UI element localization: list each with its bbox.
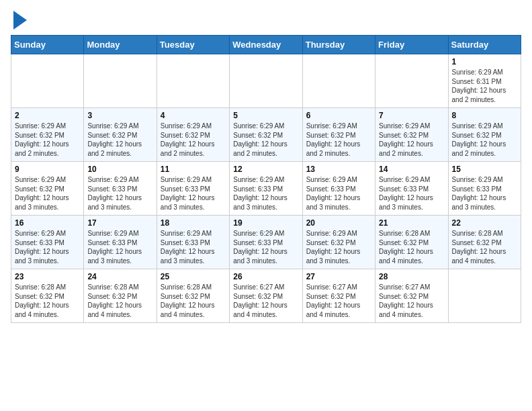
day-number: 9 bbox=[15, 165, 80, 174]
calendar-week-row: 1Sunrise: 6:29 AM Sunset: 6:31 PM Daylig… bbox=[11, 54, 521, 108]
day-number: 19 bbox=[233, 218, 298, 228]
day-number: 28 bbox=[379, 272, 444, 281]
day-number: 23 bbox=[15, 272, 80, 281]
calendar-week-row: 16Sunrise: 6:29 AM Sunset: 6:33 PM Dayli… bbox=[11, 216, 521, 269]
weekday-header-tuesday: Tuesday bbox=[157, 36, 229, 54]
day-number: 14 bbox=[379, 165, 444, 174]
day-info: Sunrise: 6:29 AM Sunset: 6:33 PM Dayligh… bbox=[306, 175, 371, 212]
day-number: 27 bbox=[306, 272, 371, 281]
calendar-cell: 1Sunrise: 6:29 AM Sunset: 6:31 PM Daylig… bbox=[448, 54, 521, 108]
day-number: 21 bbox=[379, 218, 444, 228]
calendar-cell: 3Sunrise: 6:29 AM Sunset: 6:32 PM Daylig… bbox=[84, 108, 157, 162]
calendar-cell: 23Sunrise: 6:28 AM Sunset: 6:32 PM Dayli… bbox=[11, 269, 84, 323]
day-number: 11 bbox=[161, 165, 226, 174]
weekday-header-saturday: Saturday bbox=[448, 36, 521, 54]
weekday-header-friday: Friday bbox=[375, 36, 448, 54]
day-number: 10 bbox=[87, 165, 152, 174]
calendar-cell: 22Sunrise: 6:28 AM Sunset: 6:32 PM Dayli… bbox=[448, 216, 521, 269]
day-info: Sunrise: 6:29 AM Sunset: 6:32 PM Dayligh… bbox=[306, 229, 371, 265]
day-info: Sunrise: 6:29 AM Sunset: 6:32 PM Dayligh… bbox=[233, 122, 298, 158]
calendar-header-row: SundayMondayTuesdayWednesdayThursdayFrid… bbox=[11, 36, 521, 54]
day-info: Sunrise: 6:28 AM Sunset: 6:32 PM Dayligh… bbox=[161, 283, 226, 319]
weekday-header-sunday: Sunday bbox=[11, 36, 84, 54]
calendar-cell: 24Sunrise: 6:28 AM Sunset: 6:32 PM Dayli… bbox=[84, 269, 157, 323]
calendar-cell: 7Sunrise: 6:29 AM Sunset: 6:32 PM Daylig… bbox=[375, 108, 448, 162]
day-info: Sunrise: 6:27 AM Sunset: 6:32 PM Dayligh… bbox=[233, 283, 298, 319]
calendar-cell bbox=[157, 54, 229, 108]
calendar-cell bbox=[448, 269, 521, 323]
day-number: 1 bbox=[452, 57, 517, 66]
calendar-cell bbox=[375, 54, 448, 108]
day-info: Sunrise: 6:29 AM Sunset: 6:32 PM Dayligh… bbox=[15, 175, 80, 212]
day-info: Sunrise: 6:28 AM Sunset: 6:32 PM Dayligh… bbox=[452, 229, 517, 265]
day-number: 2 bbox=[15, 111, 80, 120]
calendar-week-row: 2Sunrise: 6:29 AM Sunset: 6:32 PM Daylig… bbox=[11, 108, 521, 162]
weekday-header-wednesday: Wednesday bbox=[230, 36, 302, 54]
calendar-cell: 27Sunrise: 6:27 AM Sunset: 6:32 PM Dayli… bbox=[302, 269, 375, 323]
day-number: 13 bbox=[306, 165, 371, 174]
calendar-cell bbox=[84, 54, 157, 108]
day-info: Sunrise: 6:29 AM Sunset: 6:32 PM Dayligh… bbox=[87, 122, 152, 158]
day-number: 5 bbox=[233, 111, 298, 120]
calendar-week-row: 23Sunrise: 6:28 AM Sunset: 6:32 PM Dayli… bbox=[11, 269, 521, 323]
day-info: Sunrise: 6:29 AM Sunset: 6:33 PM Dayligh… bbox=[87, 175, 152, 212]
day-info: Sunrise: 6:28 AM Sunset: 6:32 PM Dayligh… bbox=[379, 229, 444, 265]
day-info: Sunrise: 6:29 AM Sunset: 6:32 PM Dayligh… bbox=[306, 122, 371, 158]
day-number: 15 bbox=[452, 165, 517, 174]
page-header bbox=[11, 11, 521, 30]
day-info: Sunrise: 6:29 AM Sunset: 6:32 PM Dayligh… bbox=[452, 122, 517, 158]
day-info: Sunrise: 6:29 AM Sunset: 6:33 PM Dayligh… bbox=[161, 175, 226, 212]
day-info: Sunrise: 6:27 AM Sunset: 6:32 PM Dayligh… bbox=[306, 283, 371, 319]
day-info: Sunrise: 6:29 AM Sunset: 6:32 PM Dayligh… bbox=[161, 122, 226, 158]
day-number: 17 bbox=[87, 218, 152, 228]
day-number: 8 bbox=[452, 111, 517, 120]
day-info: Sunrise: 6:29 AM Sunset: 6:32 PM Dayligh… bbox=[379, 122, 444, 158]
day-info: Sunrise: 6:29 AM Sunset: 6:31 PM Dayligh… bbox=[452, 68, 517, 104]
day-info: Sunrise: 6:29 AM Sunset: 6:33 PM Dayligh… bbox=[233, 175, 298, 212]
day-number: 3 bbox=[87, 111, 152, 120]
calendar-cell: 9Sunrise: 6:29 AM Sunset: 6:32 PM Daylig… bbox=[11, 162, 84, 216]
calendar-cell: 25Sunrise: 6:28 AM Sunset: 6:32 PM Dayli… bbox=[157, 269, 229, 323]
calendar-cell: 16Sunrise: 6:29 AM Sunset: 6:33 PM Dayli… bbox=[11, 216, 84, 269]
calendar-week-row: 9Sunrise: 6:29 AM Sunset: 6:32 PM Daylig… bbox=[11, 162, 521, 216]
day-info: Sunrise: 6:28 AM Sunset: 6:32 PM Dayligh… bbox=[15, 283, 80, 319]
calendar-cell: 2Sunrise: 6:29 AM Sunset: 6:32 PM Daylig… bbox=[11, 108, 84, 162]
calendar-body: 1Sunrise: 6:29 AM Sunset: 6:31 PM Daylig… bbox=[11, 54, 521, 323]
day-number: 26 bbox=[233, 272, 298, 281]
calendar-cell: 21Sunrise: 6:28 AM Sunset: 6:32 PM Dayli… bbox=[375, 216, 448, 269]
day-number: 6 bbox=[306, 111, 371, 120]
day-number: 22 bbox=[452, 218, 517, 228]
calendar-table: SundayMondayTuesdayWednesdayThursdayFrid… bbox=[11, 35, 521, 323]
calendar-cell: 14Sunrise: 6:29 AM Sunset: 6:33 PM Dayli… bbox=[375, 162, 448, 216]
day-number: 25 bbox=[161, 272, 226, 281]
logo-arrow-icon bbox=[13, 11, 27, 30]
day-info: Sunrise: 6:29 AM Sunset: 6:33 PM Dayligh… bbox=[233, 229, 298, 265]
day-number: 12 bbox=[233, 165, 298, 174]
calendar-cell: 10Sunrise: 6:29 AM Sunset: 6:33 PM Dayli… bbox=[84, 162, 157, 216]
calendar-cell: 19Sunrise: 6:29 AM Sunset: 6:33 PM Dayli… bbox=[230, 216, 302, 269]
day-info: Sunrise: 6:29 AM Sunset: 6:33 PM Dayligh… bbox=[15, 229, 80, 265]
day-number: 16 bbox=[15, 218, 80, 228]
calendar-cell: 12Sunrise: 6:29 AM Sunset: 6:33 PM Dayli… bbox=[230, 162, 302, 216]
calendar-cell: 5Sunrise: 6:29 AM Sunset: 6:32 PM Daylig… bbox=[230, 108, 302, 162]
calendar-cell: 26Sunrise: 6:27 AM Sunset: 6:32 PM Dayli… bbox=[230, 269, 302, 323]
weekday-header-thursday: Thursday bbox=[302, 36, 375, 54]
calendar-cell: 13Sunrise: 6:29 AM Sunset: 6:33 PM Dayli… bbox=[302, 162, 375, 216]
weekday-header-monday: Monday bbox=[84, 36, 157, 54]
calendar-cell bbox=[11, 54, 84, 108]
day-info: Sunrise: 6:29 AM Sunset: 6:32 PM Dayligh… bbox=[15, 122, 80, 158]
calendar-cell: 4Sunrise: 6:29 AM Sunset: 6:32 PM Daylig… bbox=[157, 108, 229, 162]
logo bbox=[11, 13, 27, 30]
calendar-cell: 28Sunrise: 6:27 AM Sunset: 6:32 PM Dayli… bbox=[375, 269, 448, 323]
day-number: 7 bbox=[379, 111, 444, 120]
calendar-cell bbox=[230, 54, 302, 108]
calendar-cell: 8Sunrise: 6:29 AM Sunset: 6:32 PM Daylig… bbox=[448, 108, 521, 162]
calendar-cell: 18Sunrise: 6:29 AM Sunset: 6:33 PM Dayli… bbox=[157, 216, 229, 269]
day-info: Sunrise: 6:29 AM Sunset: 6:33 PM Dayligh… bbox=[452, 175, 517, 212]
day-info: Sunrise: 6:28 AM Sunset: 6:32 PM Dayligh… bbox=[87, 283, 152, 319]
day-info: Sunrise: 6:29 AM Sunset: 6:33 PM Dayligh… bbox=[87, 229, 152, 265]
day-number: 4 bbox=[161, 111, 226, 120]
day-info: Sunrise: 6:27 AM Sunset: 6:32 PM Dayligh… bbox=[379, 283, 444, 319]
day-info: Sunrise: 6:29 AM Sunset: 6:33 PM Dayligh… bbox=[379, 175, 444, 212]
calendar-cell: 15Sunrise: 6:29 AM Sunset: 6:33 PM Dayli… bbox=[448, 162, 521, 216]
